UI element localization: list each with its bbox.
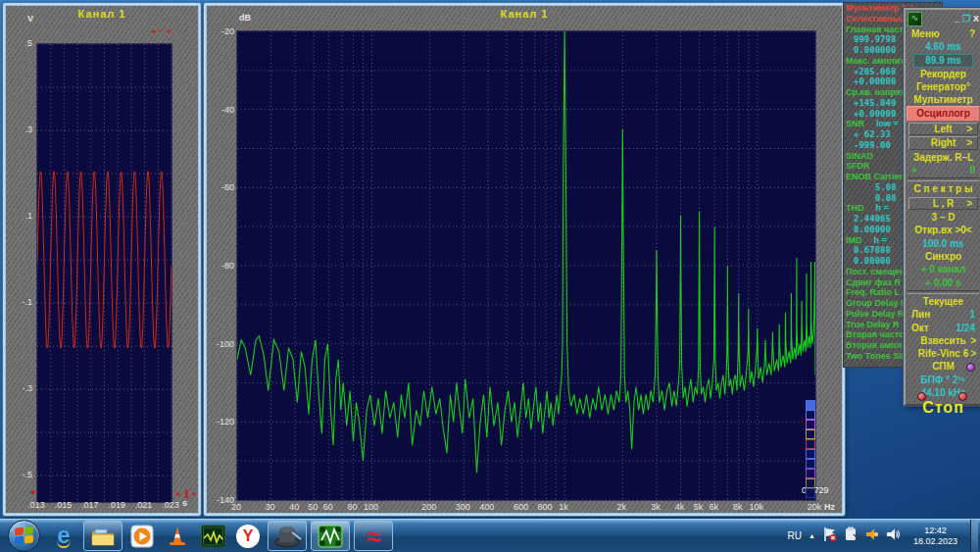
spectrum-window: Канал 1 dB -20-40-60-80-100-120-14020304… — [203, 2, 846, 517]
series-marker-chip[interactable] — [806, 420, 815, 429]
oscilloscope-window: Канал 1 V .5.3.1-.1-.3-.5.013.015.017.01… — [2, 2, 202, 517]
traffic-cone-icon — [167, 525, 188, 548]
volume-mixer-orange-icon[interactable] — [865, 527, 879, 545]
maximize-button[interactable]: ❒ — [962, 13, 970, 25]
minimize-button[interactable]: _ — [955, 13, 959, 25]
menu-separator — [907, 290, 979, 294]
submenu-arrow-icon: > — [966, 124, 972, 135]
scope-y-tick-label: -.1 — [7, 297, 32, 307]
menu-label: Окт — [911, 322, 929, 334]
menu-label: Left — [934, 124, 952, 135]
internet-explorer-icon[interactable]: e — [49, 523, 78, 550]
series-marker-chip[interactable] — [806, 488, 815, 498]
hardware-eject-icon[interactable] — [844, 527, 858, 546]
taskbar: e — [0, 519, 980, 552]
series-marker-chip[interactable] — [806, 429, 815, 439]
status-led-right — [958, 392, 967, 401]
hz-unit-label: Hz — [824, 502, 835, 512]
spectrum-y-tick-label: -60 — [209, 182, 234, 192]
spectrum-y-tick-label: -80 — [209, 261, 234, 271]
series-marker-chip[interactable] — [806, 459, 815, 469]
show-desktop-button[interactable] — [970, 520, 978, 552]
menu-value: 1 — [969, 308, 975, 321]
speaker-icon[interactable] — [886, 527, 901, 545]
menu-item[interactable]: Рекордер — [906, 68, 980, 80]
tray-date: 18.02.2023 — [913, 536, 957, 547]
menu-item[interactable]: Текущее — [906, 295, 980, 308]
menu-item[interactable]: С п е к т р ы — [906, 182, 980, 195]
menu-key-value[interactable]: Окт1/24 — [906, 322, 980, 334]
menu-item[interactable]: Генератор° — [906, 80, 980, 93]
oscilloscope-tool-icon[interactable] — [198, 523, 227, 550]
menu-item[interactable]: Right> — [908, 136, 978, 150]
menu-value[interactable]: 100.0 ms — [906, 237, 980, 250]
submenu-arrow-icon: > — [970, 347, 976, 360]
scope-screen-icon — [201, 525, 225, 548]
cursor-marker-left[interactable]: ◆ — [30, 488, 37, 496]
menu-item[interactable]: Rife-Vinc 6> — [906, 347, 980, 360]
spectrum-x-tick-label: 100 — [358, 502, 383, 512]
menu-item[interactable]: Синхро — [906, 250, 980, 263]
start-button[interactable] — [8, 520, 40, 552]
scope-x-tick-label: .021 — [131, 500, 157, 510]
series-marker-chip[interactable] — [806, 478, 815, 488]
menu-item[interactable]: Мультиметр — [906, 93, 980, 106]
series-marker-chip[interactable] — [806, 439, 815, 449]
action-center-flag-icon[interactable] — [822, 527, 837, 546]
close-button[interactable]: X — [973, 13, 979, 25]
show-hidden-icons-button[interactable]: ▲ — [808, 532, 815, 539]
spectrum-x-tick-label: 30 — [258, 502, 283, 512]
menu-key-value[interactable]: Лин1 — [906, 308, 980, 321]
menu-item[interactable]: Задерж. R–L — [906, 151, 980, 164]
menu-value[interactable]: 89.9 ms — [913, 54, 973, 68]
clock[interactable]: 12:42 18.02.2023 — [907, 526, 963, 547]
menu-titlebar[interactable]: ∿ _❒X — [906, 10, 980, 27]
language-indicator[interactable]: RU — [788, 530, 802, 541]
spectrum-x-tick-label: 200 — [416, 502, 442, 512]
series-marker-chip[interactable] — [806, 449, 815, 459]
yandex-browser-icon[interactable]: Y — [233, 523, 263, 550]
stop-button[interactable]: Стоп — [906, 399, 980, 417]
windows-media-player-icon[interactable] — [127, 523, 157, 550]
series-marker-chip[interactable] — [806, 410, 815, 420]
series-marker-chip[interactable] — [806, 469, 815, 478]
spectrum-y-tick-label: -100 — [209, 339, 234, 349]
menu-value: 1/24 — [956, 322, 975, 334]
submenu-arrow-icon: > — [970, 334, 976, 347]
oscilloscope-title: Канал 1 — [6, 8, 198, 20]
menu-item-selected[interactable]: Осциллогр — [906, 106, 980, 121]
scope-x-tick-label: .023 — [158, 500, 183, 510]
scope-x-tick-label: .013 — [24, 500, 49, 510]
series-marker-chip[interactable] — [806, 400, 815, 410]
spectra-analyzer-app-button[interactable] — [311, 521, 350, 551]
wave-generator-app-button[interactable]: ≈ — [354, 521, 393, 551]
windows-flag-icon — [15, 527, 24, 535]
menu-item[interactable]: Взвесить> — [906, 334, 980, 347]
spectrum-x-tick-label: 10k — [744, 502, 769, 512]
spm-indicator-led — [966, 363, 975, 372]
menu-item[interactable]: Меню? — [906, 27, 980, 40]
menu-item[interactable]: СПМ — [906, 360, 980, 373]
y-unit-label: V — [27, 14, 33, 24]
menu-value[interactable]: + 0.00 s — [906, 276, 980, 289]
vlc-icon[interactable] — [163, 523, 192, 550]
menu-value[interactable]: + 0 канал — [906, 263, 980, 276]
windows-explorer-button[interactable] — [83, 521, 122, 551]
menu-value[interactable]: БПФ ° 2¹⁶ — [906, 374, 980, 386]
menu-item[interactable]: Откр.вх >0< — [906, 224, 980, 236]
menu-label: Взвесить — [920, 335, 965, 346]
oscilloscope-plot[interactable] — [36, 43, 172, 503]
menu-item[interactable]: 3 – D — [906, 211, 980, 224]
magic-hat-app-button[interactable] — [268, 521, 307, 551]
menu-value[interactable]: 4.60 ms — [906, 40, 980, 53]
cursor-marker-top[interactable]: ◄╌◄ — [150, 27, 173, 35]
menu-key-value[interactable]: +0 — [906, 164, 980, 176]
spectrum-plot[interactable] — [236, 30, 816, 501]
tray-time: 12:42 — [913, 526, 957, 536]
menu-item[interactable]: L , R> — [908, 197, 978, 211]
scope-x-tick-label: .015 — [50, 500, 75, 510]
cursor-marker-bottom[interactable]: ◄▐◄ — [174, 490, 199, 497]
help-button[interactable]: ? — [969, 27, 975, 40]
spectra-app-icon — [318, 525, 343, 548]
menu-item[interactable]: Left> — [908, 123, 978, 136]
